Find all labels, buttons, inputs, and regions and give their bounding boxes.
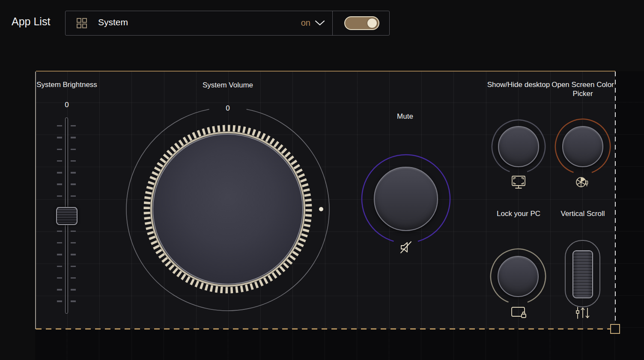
selected-app-name: System [98,17,128,27]
panel-resize-handle[interactable] [610,324,620,334]
show-hide-desktop-label: Show/Hide desktop [484,80,553,89]
volume-label: System Volume [185,81,271,90]
color-picker-icon [575,175,591,189]
mute-knob[interactable] [374,167,438,231]
mute-icon [398,240,414,255]
lock-pc-icon [509,306,528,319]
panel-border-left [35,72,36,329]
mute-label: Mute [384,112,426,121]
chevron-down-icon[interactable] [315,20,325,26]
apps-grid-icon [76,18,87,29]
panel-border-right-dashed[interactable] [615,72,616,329]
vertical-scroll-icon [574,305,591,321]
selector-divider [332,11,333,35]
app-list-title: App List [12,15,50,28]
vertical-scroll-wheel[interactable] [572,250,593,298]
show-desktop-icon [511,175,526,189]
color-picker-knob[interactable] [562,126,603,167]
show-hide-desktop-knob[interactable] [498,126,539,167]
app-state-label: on [288,18,310,28]
color-picker-label: Open Screen Color Picker [549,80,616,98]
brightness-value: 0 [45,101,88,109]
dial-face[interactable] [153,134,303,284]
vertical-scroll-label: Vertical Scroll [549,209,616,218]
lock-pc-knob[interactable] [498,256,539,297]
brightness-label: System Brightness [26,80,108,89]
stream-controller-app: App List System on System Brightness 0 S… [0,0,644,360]
panel-border-top [36,71,615,72]
brightness-slider-handle[interactable] [56,207,78,225]
system-volume-dial[interactable] [121,102,335,316]
app-enabled-toggle[interactable] [344,16,379,30]
dial-indicator-dot [319,207,323,211]
app-selector[interactable]: System on [65,11,390,36]
toggle-knob [367,18,377,28]
lock-pc-label: Lock your PC [484,209,553,218]
panel-border-bottom-dashed[interactable] [36,328,620,330]
